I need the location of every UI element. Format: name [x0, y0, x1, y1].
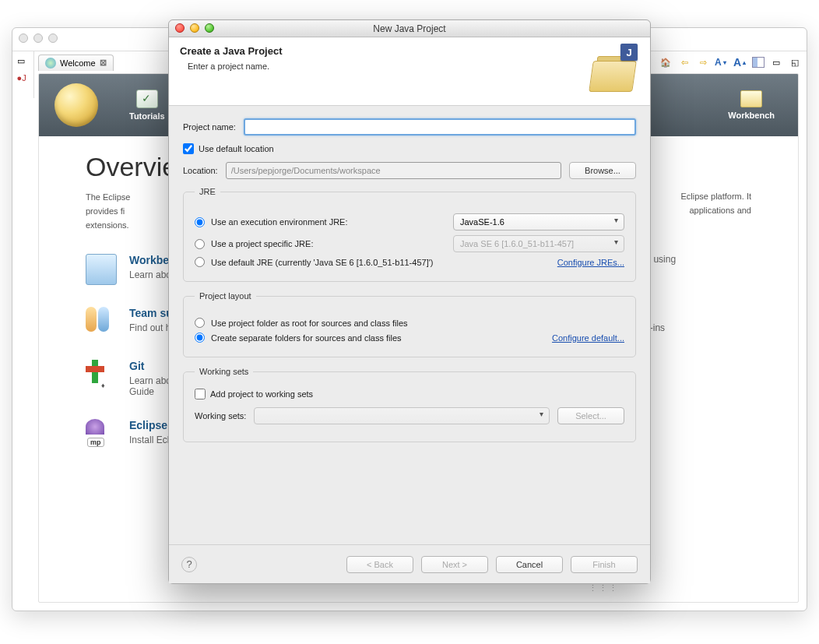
- banner-tutorials[interactable]: Tutorials: [129, 90, 165, 121]
- use-default-location-label: Use default location: [199, 144, 274, 153]
- banner-label: Workbench: [728, 111, 775, 120]
- globe-icon: [45, 58, 56, 69]
- working-sets-group: Working sets Add project to working sets…: [183, 367, 636, 442]
- jre-project-specific-radio[interactable]: [195, 239, 205, 249]
- feature-title: Eclipse: [129, 419, 171, 431]
- left-trim-bar: ▭ ●J: [12, 51, 34, 98]
- dialog-header: Create a Java Project Enter a project na…: [169, 37, 650, 106]
- project-name-label: Project name:: [183, 122, 236, 132]
- dialog-close-icon[interactable]: [175, 23, 185, 33]
- minimize-icon[interactable]: ▭: [769, 55, 783, 69]
- marketplace-icon: mp: [86, 419, 117, 450]
- jre-exec-env-radio[interactable]: [195, 217, 205, 227]
- working-sets-combo: [254, 407, 550, 424]
- exec-env-combo[interactable]: JavaSE-1.6: [453, 213, 624, 231]
- font-decrease-icon[interactable]: A▾: [715, 55, 729, 69]
- header-title: Create a Java Project: [180, 45, 283, 57]
- layout-legend: Project layout: [195, 291, 256, 301]
- back-button: < Back: [346, 556, 413, 573]
- ws-legend: Working sets: [195, 367, 253, 376]
- configure-default-link[interactable]: Configure default...: [552, 333, 624, 343]
- minimize-icon[interactable]: [33, 33, 43, 43]
- header-subtitle: Enter a project name.: [188, 62, 283, 71]
- layout-root-radio[interactable]: [195, 318, 205, 328]
- banner-workbench[interactable]: Workbench: [728, 90, 775, 120]
- dialog-title: New Java Project: [373, 23, 445, 34]
- project-layout-group: Project layout Use project folder as roo…: [183, 291, 636, 357]
- help-icon[interactable]: ?: [181, 557, 197, 572]
- dialog-footer: ? < Back Next > Cancel Finish: [169, 544, 650, 583]
- working-sets-label: Working sets:: [195, 411, 246, 421]
- dialog-zoom-icon[interactable]: [205, 23, 214, 33]
- team-icon: [86, 307, 117, 338]
- project-name-input[interactable]: [244, 118, 636, 135]
- forward-icon[interactable]: ⇨: [696, 55, 710, 69]
- back-icon[interactable]: ⇦: [677, 55, 691, 69]
- new-java-project-dialog: New Java Project Create a Java Project E…: [168, 19, 651, 584]
- zoom-icon[interactable]: [48, 33, 58, 43]
- git-icon: ♦: [86, 360, 117, 391]
- cancel-button[interactable]: Cancel: [496, 556, 563, 573]
- tab-welcome[interactable]: Welcome ⊠: [38, 55, 114, 71]
- finish-button: Finish: [571, 556, 638, 573]
- tab-label: Welcome: [60, 58, 96, 68]
- close-icon[interactable]: [19, 33, 28, 43]
- project-jre-combo: Java SE 6 [1.6.0_51-b11-457]: [453, 235, 624, 252]
- layout-separate-label: Create separate folders for sources and …: [211, 333, 402, 343]
- next-button: Next >: [421, 556, 488, 573]
- main-window-traffic-lights: [19, 33, 58, 43]
- banner-label: Tutorials: [129, 111, 165, 121]
- dialog-titlebar: New Java Project: [169, 20, 650, 37]
- tutorials-icon: [136, 90, 158, 108]
- location-label: Location:: [183, 166, 218, 175]
- jre-exec-env-label: Use an execution environment JRE:: [211, 217, 347, 227]
- jre-legend: JRE: [195, 187, 220, 196]
- configure-jres-link[interactable]: Configure JREs...: [557, 258, 624, 267]
- customize-icon[interactable]: [752, 57, 765, 68]
- jre-default-radio[interactable]: [195, 257, 205, 267]
- dialog-minimize-icon[interactable]: [190, 23, 199, 33]
- home-icon[interactable]: 🏠: [659, 55, 673, 69]
- java-project-folder-icon: J: [589, 45, 639, 95]
- overview-globe-icon: [54, 83, 98, 127]
- jre-group: JRE Use an execution environment JRE: Ja…: [183, 187, 636, 282]
- feature-desc: Install Ecli: [129, 435, 171, 445]
- location-input: [226, 162, 561, 179]
- workbench-icon: [740, 90, 762, 107]
- sash-handle-icon[interactable]: ⋮⋮⋮: [589, 583, 619, 593]
- jre-default-label: Use default JRE (currently 'Java SE 6 [1…: [211, 258, 433, 267]
- font-increase-icon[interactable]: A▴: [733, 55, 747, 69]
- jre-project-specific-label: Use a project specific JRE:: [211, 239, 313, 248]
- maximize-icon[interactable]: ◱: [788, 55, 802, 69]
- workbench-basics-icon: [86, 254, 117, 285]
- select-working-sets-button: Select...: [557, 407, 624, 424]
- java-perspective-icon[interactable]: ●J: [17, 73, 30, 86]
- layout-separate-radio[interactable]: [195, 333, 205, 343]
- layout-root-label: Use project folder as root for sources a…: [211, 318, 408, 328]
- add-to-working-sets-checkbox[interactable]: [195, 389, 206, 399]
- add-to-working-sets-label: Add project to working sets: [210, 389, 313, 399]
- restore-icon[interactable]: ▭: [17, 56, 30, 69]
- use-default-location-checkbox[interactable]: [183, 143, 194, 154]
- browse-button[interactable]: Browse...: [569, 162, 636, 179]
- tab-close-icon[interactable]: ⊠: [100, 58, 107, 68]
- welcome-toolbar: 🏠 ⇦ ⇨ A▾ A▴ ▭ ◱: [659, 53, 802, 72]
